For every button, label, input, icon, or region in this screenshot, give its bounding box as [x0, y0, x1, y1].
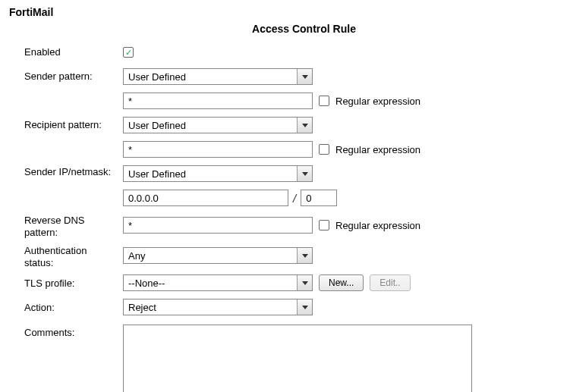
page-title: Access Control Rule [9, 23, 561, 35]
label-recipient-pattern: Recipient pattern: [24, 119, 123, 131]
reverse-dns-regex-checkbox[interactable] [319, 220, 329, 230]
label-tls-profile: TLS profile: [24, 278, 123, 290]
reverse-dns-input[interactable] [123, 217, 313, 234]
sender-ip-type-value: User Defined [128, 168, 186, 180]
auth-status-value: Any [128, 250, 145, 262]
sender-pattern-regex-label: Regular expression [335, 96, 420, 107]
edit-button[interactable]: Edit.. [370, 274, 410, 291]
label-auth-status: Authentication status: [24, 243, 123, 268]
sender-ip-type-select[interactable]: User Defined [123, 165, 313, 182]
recipient-pattern-input[interactable] [123, 141, 313, 158]
chevron-down-icon [297, 248, 312, 263]
tls-profile-value: --None-- [128, 278, 165, 289]
comments-textarea[interactable] [123, 325, 472, 392]
sender-netmask-input[interactable] [301, 190, 337, 206]
sender-ip-input[interactable] [123, 190, 288, 206]
new-button[interactable]: New... [319, 274, 364, 291]
sender-pattern-type-select[interactable]: User Defined [123, 68, 313, 85]
enabled-checkbox[interactable] [123, 47, 134, 58]
auth-status-select[interactable]: Any [123, 247, 313, 264]
chevron-down-icon [297, 118, 312, 133]
chevron-down-icon [297, 166, 312, 181]
recipient-pattern-type-value: User Defined [128, 120, 186, 131]
label-action: Action: [24, 302, 123, 314]
chevron-down-icon [297, 69, 312, 84]
action-select[interactable]: Reject [123, 299, 313, 315]
app-title: FortiMail [9, 6, 561, 18]
label-comments: Comments: [24, 325, 123, 339]
chevron-down-icon [297, 299, 312, 315]
form: Enabled Sender pattern: User Defined Reg… [9, 42, 561, 392]
recipient-pattern-regex-label: Regular expression [335, 144, 420, 155]
recipient-pattern-type-select[interactable]: User Defined [123, 117, 313, 133]
sender-pattern-input[interactable] [123, 93, 313, 109]
action-value: Reject [128, 302, 156, 313]
chevron-down-icon [297, 275, 312, 290]
recipient-pattern-regex-checkbox[interactable] [319, 144, 329, 155]
label-sender-ip: Sender IP/netmask: [24, 164, 123, 178]
reverse-dns-regex-label: Regular expression [335, 220, 420, 231]
label-reverse-dns: Reverse DNS pattern: [24, 212, 123, 238]
slash-separator: / [291, 192, 298, 205]
label-enabled: Enabled [24, 46, 123, 58]
sender-pattern-regex-checkbox[interactable] [319, 96, 329, 106]
tls-profile-select[interactable]: --None-- [123, 274, 313, 291]
label-sender-pattern: Sender pattern: [24, 71, 123, 83]
sender-pattern-type-value: User Defined [128, 71, 186, 83]
